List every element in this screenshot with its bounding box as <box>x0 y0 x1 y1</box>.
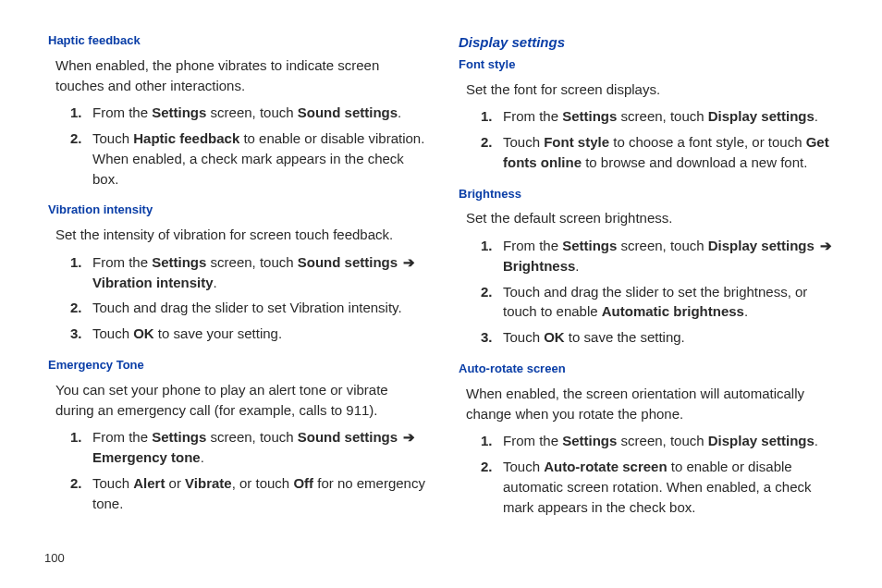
text: From the <box>503 433 562 448</box>
brightness-intro: Set the default screen brightness. <box>455 208 838 228</box>
bold-settings: Settings <box>562 238 617 253</box>
arrow-icon: ➔ <box>818 236 834 256</box>
brightness-step-3: Touch OK to save the setting. <box>481 327 838 353</box>
text: From the <box>503 108 562 124</box>
haptic-step-1: From the Settings screen, touch Sound se… <box>70 103 427 129</box>
text: Touch <box>92 325 133 341</box>
bold-alert: Alert <box>133 475 165 491</box>
bold-sound-settings: Sound settings <box>298 429 398 445</box>
text: to browse and download a new font. <box>582 154 807 170</box>
text: Touch <box>503 459 544 474</box>
text: . <box>815 433 818 448</box>
bold-sound-settings: Sound settings <box>298 254 398 270</box>
rotate-steps: From the Settings screen, touch Display … <box>455 431 838 522</box>
vibration-steps: From the Settings screen, touch Sound se… <box>44 252 427 349</box>
font-step-2: Touch Font style to choose a font style,… <box>481 132 838 178</box>
two-column-layout: Haptic feedback When enabled, the phone … <box>44 32 838 533</box>
text: screen, touch <box>206 254 297 270</box>
emergency-step-1: From the Settings screen, touch Sound se… <box>70 427 427 473</box>
emergency-step-2: Touch Alert or Vibrate, or touch Off for… <box>70 473 427 520</box>
bold-display-settings: Display settings <box>708 433 815 448</box>
font-steps: From the Settings screen, touch Display … <box>455 106 838 178</box>
bold-ok: OK <box>544 329 565 345</box>
rotate-step-2: Touch Auto-rotate screen to enable or di… <box>481 457 838 522</box>
manual-page: Haptic feedback When enabled, the phone … <box>0 0 882 588</box>
emergency-tone-heading: Emergency Tone <box>44 357 427 374</box>
text: . <box>744 303 748 319</box>
text: screen, touch <box>206 104 297 120</box>
haptic-step-2: Touch Haptic feedback to enable or disab… <box>70 129 427 194</box>
text: Touch <box>92 130 133 146</box>
arrow-icon: ➔ <box>401 252 417 273</box>
text: From the <box>92 429 152 445</box>
arrow-icon: ➔ <box>401 427 417 447</box>
bold-display-settings: Display settings <box>708 238 815 253</box>
text: . <box>214 275 217 290</box>
emergency-steps: From the Settings screen, touch Sound se… <box>44 427 427 519</box>
page-number: 100 <box>44 533 838 568</box>
haptic-steps: From the Settings screen, touch Sound se… <box>44 103 427 194</box>
text: Touch <box>503 134 544 150</box>
text: From the <box>92 104 152 120</box>
haptic-intro: When enabled, the phone vibrates to indi… <box>44 55 427 96</box>
text: . <box>575 258 579 274</box>
bold-settings: Settings <box>152 254 206 270</box>
font-style-heading: Font style <box>455 56 838 74</box>
brightness-heading: Brightness <box>455 186 838 203</box>
bold-off: Off <box>293 475 313 491</box>
bold-brightness: Brightness <box>503 258 575 274</box>
bold-display-settings: Display settings <box>708 108 815 124</box>
text: to choose a font style, or touch <box>609 134 806 150</box>
vibration-intro: Set the intensity of vibration for scree… <box>44 225 427 245</box>
vibration-intensity-heading: Vibration intensity <box>44 202 427 219</box>
rotate-intro: When enabled, the screen orientation wil… <box>455 384 838 424</box>
text: From the <box>92 254 152 270</box>
bold-sound-settings: Sound settings <box>298 104 398 120</box>
bold-font-style: Font style <box>544 134 609 150</box>
bold-settings: Settings <box>152 104 206 120</box>
font-intro: Set the font for screen displays. <box>455 80 838 100</box>
text: to save your setting. <box>154 325 282 341</box>
text: screen, touch <box>206 429 297 445</box>
text: screen, touch <box>617 238 707 253</box>
font-step-1: From the Settings screen, touch Display … <box>481 106 838 132</box>
vibration-step-3: Touch OK to save your setting. <box>70 324 427 349</box>
bold-settings: Settings <box>562 433 617 448</box>
bold-emergency-tone: Emergency tone <box>92 449 201 465</box>
brightness-steps: From the Settings screen, touch Display … <box>455 236 838 353</box>
brightness-step-2: Touch and drag the slider to set the bri… <box>481 282 838 328</box>
bold-settings: Settings <box>562 108 617 124</box>
bold-automatic-brightness: Automatic brightness <box>602 303 744 319</box>
text: . <box>815 108 818 124</box>
vibration-step-1: From the Settings screen, touch Sound se… <box>70 252 427 299</box>
text: screen, touch <box>617 108 707 124</box>
text: or <box>165 475 185 491</box>
text: From the <box>503 238 562 253</box>
bold-haptic-feedback: Haptic feedback <box>133 130 239 146</box>
text: . <box>201 449 204 465</box>
haptic-feedback-heading: Haptic feedback <box>44 32 427 50</box>
display-settings-heading: Display settings <box>455 32 838 53</box>
bold-settings: Settings <box>152 429 206 445</box>
text: , or touch <box>232 475 294 491</box>
text: . <box>398 104 401 120</box>
emergency-intro: You can set your phone to play an alert … <box>44 380 427 421</box>
bold-ok: OK <box>133 325 154 341</box>
text: to save the setting. <box>565 329 685 345</box>
text: screen, touch <box>617 433 707 448</box>
right-column: Display settings Font style Set the font… <box>455 32 838 533</box>
left-column: Haptic feedback When enabled, the phone … <box>44 32 427 533</box>
bold-vibrate: Vibrate <box>185 475 232 491</box>
bold-vibration-intensity: Vibration intensity <box>92 275 214 290</box>
text: Touch <box>92 475 133 491</box>
text: Touch <box>503 329 544 345</box>
brightness-step-1: From the Settings screen, touch Display … <box>481 236 838 282</box>
bold-auto-rotate: Auto-rotate screen <box>544 459 667 474</box>
vibration-step-2: Touch and drag the slider to set Vibrati… <box>70 298 427 324</box>
rotate-step-1: From the Settings screen, touch Display … <box>481 431 838 457</box>
auto-rotate-heading: Auto-rotate screen <box>455 361 838 378</box>
